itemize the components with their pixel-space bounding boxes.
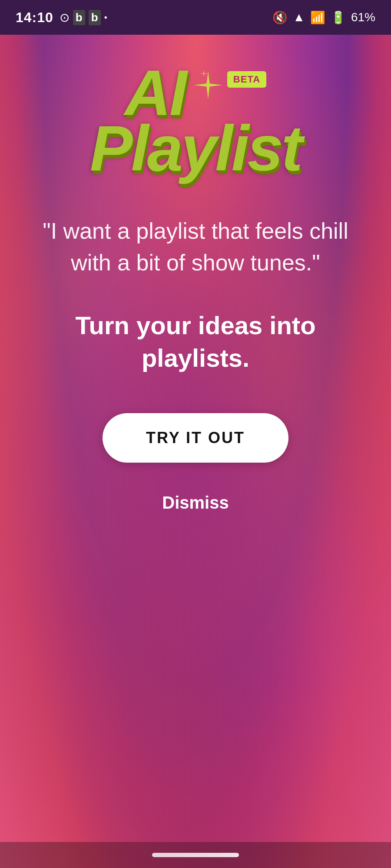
playlist-logo-text: Playlist — [90, 116, 301, 181]
sparkle-container: BETA — [192, 69, 266, 101]
battery-percentage: 61% — [351, 10, 375, 24]
try-it-out-button[interactable]: TRY IT OUT — [103, 413, 288, 463]
app-icon-3: b — [89, 10, 101, 25]
quote-text: "I want a playlist that feels chill with… — [0, 215, 391, 279]
logo-container: AI BETA Playlist — [90, 61, 301, 181]
main-content: AI BETA Playlist "I want a playlist that… — [0, 35, 391, 868]
dot-indicator: • — [104, 13, 107, 23]
signal-icon: 📶 — [310, 10, 325, 25]
tagline-text: Turn your ideas into playlists. — [0, 309, 391, 375]
app-icon-1: ⊙ — [60, 10, 70, 25]
status-icons-left: ⊙ b b • — [60, 10, 107, 25]
wifi-icon: ▲ — [293, 10, 305, 24]
dismiss-link[interactable]: Dismiss — [162, 493, 229, 513]
battery-icon: 🔋 — [331, 10, 346, 25]
status-bar: 14:10 ⊙ b b • 🔇 ▲ 📶 🔋 61% — [0, 0, 391, 35]
beta-badge: BETA — [227, 71, 266, 88]
content-wrapper: AI BETA Playlist "I want a playlist that… — [0, 35, 391, 868]
app-icon-2: b — [73, 10, 85, 25]
sparkle-icon — [192, 69, 224, 101]
status-bar-right: 🔇 ▲ 📶 🔋 61% — [272, 10, 375, 25]
ai-line: AI BETA — [125, 61, 266, 125]
mute-icon: 🔇 — [272, 10, 288, 25]
status-time: 14:10 — [16, 10, 53, 26]
status-bar-left: 14:10 ⊙ b b • — [16, 10, 107, 26]
ai-logo-text: AI — [125, 61, 186, 125]
